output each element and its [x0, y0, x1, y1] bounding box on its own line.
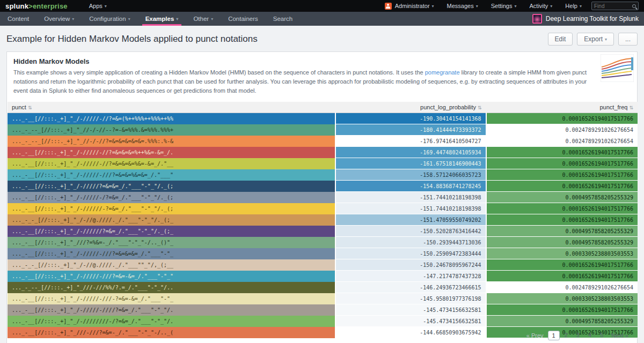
administrator-menu[interactable]: Administrator▾ [378, 0, 441, 12]
freq-cell[interactable]: 0.00016526194017517766 [486, 169, 638, 181]
log-probability-cell[interactable]: -144.66850903675942 [335, 327, 486, 338]
apps-menu[interactable]: Apps▾ [83, 0, 113, 12]
chevron-down-icon: ▾ [550, 4, 552, 9]
find-input[interactable] [594, 3, 632, 9]
activity-menu[interactable]: Activity▾ [523, 0, 559, 12]
pagination-page-4[interactable]: 4 [584, 331, 595, 340]
nav-item-content[interactable]: Content [0, 12, 36, 26]
freq-cell[interactable]: 0.0024789291026276654 [486, 124, 638, 136]
log-probability-cell[interactable]: -147.2174787437328 [335, 271, 486, 282]
example-thumbnail-image [601, 54, 634, 82]
log-probability-cell[interactable]: -145.4734156632581 [335, 316, 486, 327]
pagination-next[interactable]: Next » [608, 331, 632, 340]
punct-cell[interactable]: ..._-__[//:::._+]_"_/-/////-///-?=&=-&=_… [8, 293, 335, 304]
log-probability-cell[interactable]: -151.74410218198398 [335, 192, 486, 203]
log-probability-cell[interactable]: -145.95801977376198 [335, 293, 486, 304]
punct-cell[interactable]: ..._-__[//:::._+]_"_/-/////-//?=&=(%++%%… [8, 113, 335, 124]
nav-item-examples[interactable]: Examples▾ [138, 12, 186, 26]
punct-cell[interactable]: ..._-__[//:::._+]_"_/-////////-/?=&=_/."… [8, 316, 335, 327]
nav-item-search[interactable]: Search [266, 12, 300, 26]
punct-cell[interactable]: ..._-__[//:::._+]_"_/-/////-///?=&=&=%&=… [8, 169, 335, 181]
freq-cell[interactable]: 0.00016526194017517766 [486, 214, 638, 226]
column-header-punct-log-probability[interactable]: punct_log_probability⇅ [335, 102, 486, 113]
logo-splunk-text: splunk [5, 2, 28, 10]
log-probability-cell[interactable]: -190.30414154141368 [335, 113, 486, 124]
column-header-punct[interactable]: punct⇅ [8, 102, 335, 113]
pagination-page-3[interactable]: 3 [573, 331, 583, 340]
log-probability-cell[interactable]: -180.41444473393372 [335, 124, 486, 136]
chevron-down-icon: ▾ [514, 4, 516, 9]
pagination-page-5[interactable]: 5 [596, 331, 607, 340]
messages-menu[interactable]: Messages▾ [441, 0, 485, 12]
nav-item-configuration[interactable]: Configuration▾ [82, 12, 137, 26]
freq-cell[interactable]: 0.00016526194017517766 [486, 304, 638, 316]
freq-cell[interactable]: 0.0003305238803503553 [486, 293, 638, 304]
find-search-box[interactable] [591, 2, 639, 10]
log-probability-cell[interactable]: -151.47059550749202 [335, 214, 486, 226]
freq-cell[interactable]: 0.0004957858205255329 [486, 192, 638, 203]
log-probability-cell[interactable]: -176.97416410504727 [335, 136, 486, 147]
punct-cell[interactable]: ..._-__[//:::._+]_"_/-//////-?=&=_/."___… [8, 203, 335, 214]
punct-cell[interactable]: ..._-__[//:::._+]_"_/-/////?=&=&=_/."___… [8, 181, 335, 192]
chevron-down-icon: ▾ [605, 37, 607, 42]
top-right-menus: Administrator▾Messages▾Settings▾Activity… [378, 0, 588, 12]
table-row: ..._-__[//:::._+]_"_/-/////-////?=&=_/."… [8, 304, 638, 316]
punct-cell[interactable]: ..._-__[//:::._+]_"_/-/////-///?=&=&=&=_… [8, 248, 335, 259]
pomegranate-link[interactable]: pomegranate [425, 69, 460, 76]
help-menu[interactable]: Help▾ [559, 0, 588, 12]
table-row: ..._-__[//:::._+]_"_/-////////-/?=&=_/."… [8, 316, 638, 327]
punct-cell[interactable]: ..._-_--_[//:::._+]_"_//-/-//?=&=&=&=&=&… [8, 136, 335, 147]
settings-menu[interactable]: Settings▾ [485, 0, 523, 12]
freq-cell[interactable]: 0.00016526194017517766 [486, 259, 638, 271]
log-probability-cell[interactable]: -151.74410218198398 [335, 203, 486, 214]
more-button[interactable]: ... [618, 33, 638, 46]
freq-cell[interactable]: 0.00016526194017517766 [486, 181, 638, 192]
nav-item-other[interactable]: Other▾ [186, 12, 221, 26]
freq-cell[interactable]: 0.00016526194017517766 [486, 113, 638, 124]
export-button[interactable]: Export▾ [577, 33, 614, 46]
freq-cell[interactable]: 0.0004957858205255329 [486, 226, 638, 237]
log-probability-cell[interactable]: -150.24678095967244 [335, 259, 486, 271]
punct-cell[interactable]: ..._-__[//:::._+]_"_/-/////-///?=&=-&=_/… [8, 271, 335, 282]
freq-cell[interactable]: 0.0024789291026276654 [486, 282, 638, 293]
pagination-prev[interactable]: « Prev [523, 331, 547, 340]
nav-item-overview[interactable]: Overview▾ [36, 12, 82, 26]
punct-cell[interactable]: ..._-__[//:::._+]_"_/-/////-//?=&=&=&=%&… [8, 158, 335, 169]
log-probability-cell[interactable]: -158.57124066035723 [335, 169, 486, 181]
freq-cell[interactable]: 0.00016526194017517766 [486, 158, 638, 169]
table-row: ..._-_-_[//:::._+]_"_/-//@.////._/."___"… [8, 214, 638, 226]
results-table-body: ..._-__[//:::._+]_"_/-/////-//?=&=(%++%%… [8, 113, 638, 338]
punct-cell[interactable]: ..._-__[//:::._+]_"_/-//////?=&=_/."___"… [8, 226, 335, 237]
freq-cell[interactable]: 0.0024789291026276654 [486, 136, 638, 147]
column-header-punct-freq[interactable]: punct_freq⇅ [486, 102, 638, 113]
freq-cell[interactable]: 0.00016526194017517766 [486, 147, 638, 158]
punct-cell[interactable]: ..._-__[//:::._+]_"_///?=%&=-_/."___"-"_… [8, 237, 335, 248]
punct-cell[interactable]: ..._-__[//:::._+]_"_/-/////-//?=&=&=&=%+… [8, 147, 335, 158]
punct-cell[interactable]: ..._-_--_[//:::._+]_"_//-/-//--?=-&=%%%.… [8, 124, 335, 136]
log-probability-cell[interactable]: -150.2939443713036 [335, 237, 486, 248]
log-probability-cell[interactable]: -150.25909472383444 [335, 248, 486, 259]
pagination-page-1[interactable]: 1 [548, 331, 560, 340]
log-probability-cell[interactable]: -146.24936723466615 [335, 282, 486, 293]
freq-cell[interactable]: 0.0004957858205255329 [486, 316, 638, 327]
table-row: ..._-__[//:::._+]_"_/-//////-?=&=_/."___… [8, 203, 638, 214]
log-probability-cell[interactable]: -169.44748024105934 [335, 147, 486, 158]
freq-cell[interactable]: 0.0003305238803503553 [486, 248, 638, 259]
punct-cell[interactable]: ..._-__[//:::._+]_"_///-///?=&=-_/."___"… [8, 327, 335, 338]
log-probability-cell[interactable]: -150.52028763416442 [335, 226, 486, 237]
punct-cell[interactable]: ..._-_-_[//:::._+]_"_/-//@.////._/."___"… [8, 214, 335, 226]
punct-cell[interactable]: ..._-__[//:::._+]_"_/-/////-////?=&=_/."… [8, 304, 335, 316]
freq-cell[interactable]: 0.00016526194017517766 [486, 271, 638, 282]
punct-cell[interactable]: ..._-__[//:::._+]_"_/-/////-/?=&=_/."___… [8, 192, 335, 203]
log-probability-cell[interactable]: -154.88368741278245 [335, 181, 486, 192]
pagination-page-2[interactable]: 2 [561, 331, 572, 340]
splunk-logo[interactable]: splunk>enterprise [5, 2, 68, 10]
log-probability-cell[interactable]: -161.67518146900443 [335, 158, 486, 169]
log-probability-cell[interactable]: -145.4734156632581 [335, 304, 486, 316]
freq-cell[interactable]: 0.00016526194017517766 [486, 203, 638, 214]
punct-cell[interactable]: ..._-_--_[//:::._+]_"_///-///%%/?.=_/."_… [8, 282, 335, 293]
nav-item-containers[interactable]: Containers [221, 12, 266, 26]
edit-button[interactable]: Edit [548, 33, 573, 46]
freq-cell[interactable]: 0.0004957858205255329 [486, 237, 638, 248]
punct-cell[interactable]: ..._-_-_[//:::._+]_"_/-//@.////._/."___"… [8, 259, 335, 271]
